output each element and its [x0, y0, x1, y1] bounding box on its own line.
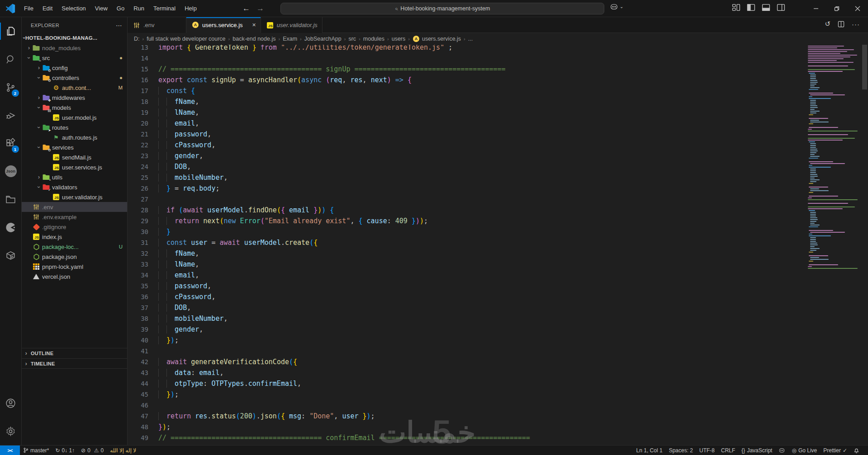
breadcrumb-item[interactable]: Ausers.service.js	[413, 35, 461, 42]
timeline-history-icon[interactable]: ↺	[825, 20, 830, 28]
tree-item--env-example[interactable]: .env.example	[22, 212, 127, 222]
git-branch-status[interactable]: master*	[20, 446, 52, 455]
editor-more-actions-icon[interactable]: ···	[852, 20, 860, 28]
activity-search[interactable]	[0, 45, 22, 73]
tree-item-auth-cont-[interactable]: ⚙auth.cont...M	[22, 83, 127, 93]
breadcrumb-item[interactable]: full stack web developer cource	[147, 36, 225, 42]
menu-selection[interactable]: Selection	[57, 3, 90, 14]
tree-item-services[interactable]: ›⚙services	[22, 142, 127, 152]
tree-item-user-model-js[interactable]: JSuser.model.js	[22, 113, 127, 122]
breadcrumb-item[interactable]: src	[348, 36, 356, 42]
split-editor-icon[interactable]	[838, 21, 844, 28]
minimize-button[interactable]	[806, 0, 826, 17]
language-status[interactable]: {} JavaScript	[738, 446, 775, 455]
nav-forward-button[interactable]: →	[256, 4, 264, 13]
tree-item-utils[interactable]: ›+utils	[22, 172, 127, 182]
copilot-icon	[778, 447, 785, 454]
menu-edit[interactable]: Edit	[38, 3, 57, 14]
remote-indicator[interactable]: ><	[0, 446, 20, 455]
minimap[interactable]	[808, 42, 861, 445]
line-number: 30	[128, 228, 148, 235]
menu-help[interactable]: Help	[180, 3, 201, 14]
tree-item-models[interactable]: ›▤models	[22, 103, 127, 113]
chevron-right-icon: ›	[35, 94, 43, 101]
toggle-secondary-sidebar-icon[interactable]	[777, 3, 785, 12]
timeline-panel-header[interactable]: › TIMELINE	[22, 358, 127, 369]
activity-explorer[interactable]	[0, 17, 22, 45]
problems-status[interactable]: ⊘ 0 ⚠ 0	[78, 446, 107, 455]
line-number: 34	[128, 272, 148, 279]
tree-item-routes[interactable]: ›➤routes	[22, 122, 127, 132]
folder-icon: ▤	[43, 104, 50, 111]
activity-json-extension[interactable]: Json	[0, 157, 22, 185]
folder-icon	[5, 194, 16, 205]
command-center-search[interactable]: ⌕ Hotel-booking-management-system	[280, 3, 604, 14]
activity-folder-extension[interactable]	[0, 185, 22, 213]
menu-run[interactable]: Run	[129, 3, 148, 14]
copilot-status[interactable]	[775, 446, 788, 455]
explorer-root-folder[interactable]: › HOTEL-BOOKING-MANAG...	[22, 33, 127, 43]
account-button[interactable]	[0, 389, 22, 417]
toggle-panel-icon[interactable]	[762, 3, 770, 12]
tree-item-config[interactable]: ›⚙config	[22, 63, 127, 73]
nav-back-button[interactable]: ←	[242, 4, 250, 13]
code-line: 33 lName,	[128, 259, 808, 270]
go-live-status[interactable]: ◎ Go Live	[788, 446, 820, 455]
breadcrumb-item[interactable]: Exam	[283, 36, 297, 42]
tree-item-user-validator-js[interactable]: JSuser.validator.js	[22, 192, 127, 202]
breadcrumb-item[interactable]: users	[392, 36, 406, 42]
breadcrumb-item[interactable]: D:	[134, 36, 140, 42]
tab--env[interactable]: .env	[128, 17, 186, 33]
toggle-primary-sidebar-icon[interactable]	[747, 3, 755, 12]
tree-item--gitignore[interactable]: .gitignore	[22, 222, 127, 232]
breadcrumb-item[interactable]: modules	[363, 36, 384, 42]
tab-users-service-js[interactable]: Ausers.service.js×	[186, 17, 261, 33]
breadcrumb-item[interactable]: back-end node.js	[232, 36, 275, 42]
scrollbar-thumb[interactable]	[862, 42, 867, 89]
tab-user-validator-js[interactable]: JSuser.validator.js	[261, 17, 323, 33]
editor-scrollbar[interactable]	[861, 33, 868, 445]
close-icon[interactable]: ×	[252, 21, 256, 28]
menu-file[interactable]: File	[20, 3, 38, 14]
tree-item-node-modules[interactable]: ›node_modules	[22, 43, 127, 53]
tree-item-user-services-js[interactable]: JSuser.services.js	[22, 162, 127, 172]
close-button[interactable]	[847, 0, 868, 17]
tree-item-auth-routes-js[interactable]: ⚑auth.routes.js	[22, 132, 127, 142]
customize-layout-icon[interactable]	[732, 3, 740, 12]
tree-item--env[interactable]: .env	[22, 202, 127, 212]
git-sync-status[interactable]: ↻ 0↓ 1↑	[52, 446, 78, 455]
tree-item-vercel-json[interactable]: vercel.json	[22, 272, 127, 281]
tree-item-package-loc-[interactable]: package-loc...U	[22, 242, 127, 252]
tree-item-pnpm-lock-yaml[interactable]: pnpm-lock.yaml	[22, 262, 127, 272]
tree-item-index-js[interactable]: JSindex.js	[22, 232, 127, 242]
copilot-menu[interactable]: ⌄	[610, 2, 623, 11]
outline-panel-header[interactable]: › OUTLINE	[22, 348, 127, 358]
settings-button[interactable]	[0, 417, 22, 445]
cursor-position-status[interactable]: Ln 1, Col 1	[633, 446, 666, 455]
eol-status[interactable]: CRLF	[718, 446, 738, 455]
tree-item-middlewares[interactable]: ›❖middlewares	[22, 93, 127, 103]
indentation-status[interactable]: Spaces: 2	[666, 446, 696, 455]
prettier-status[interactable]: Prettier ✓	[820, 446, 850, 455]
breadcrumb-item[interactable]: JobSearchApp	[304, 36, 342, 42]
encoding-status[interactable]: UTF-8	[696, 446, 718, 455]
menu-terminal[interactable]: Terminal	[149, 3, 180, 14]
tree-item-package-json[interactable]: package.json	[22, 252, 127, 262]
activity-source-control[interactable]: 2	[0, 73, 22, 101]
minimap-line	[810, 145, 816, 146]
activity-run-debug[interactable]	[0, 101, 22, 129]
menu-view[interactable]: View	[91, 3, 112, 14]
activity-container-extension[interactable]	[0, 241, 22, 269]
breadcrumb-item[interactable]: ...	[468, 36, 473, 42]
tree-item-validators[interactable]: ›✓validators	[22, 182, 127, 192]
activity-pacman-extension[interactable]	[0, 213, 22, 241]
tree-item-sendMail-js[interactable]: JSsendMail.js	[22, 152, 127, 162]
notifications-bell[interactable]	[850, 446, 863, 455]
code-editor[interactable]: 13import { GenerateToken } from "../../u…	[128, 42, 808, 445]
activity-extensions[interactable]: 1	[0, 129, 22, 157]
explorer-actions-button[interactable]: ⋯	[116, 22, 123, 29]
menu-go[interactable]: Go	[113, 3, 128, 14]
tree-item-src[interactable]: ›‹›src●	[22, 53, 127, 63]
restore-button[interactable]	[826, 0, 847, 17]
tree-item-controllers[interactable]: ›⚙controllers●	[22, 73, 127, 83]
